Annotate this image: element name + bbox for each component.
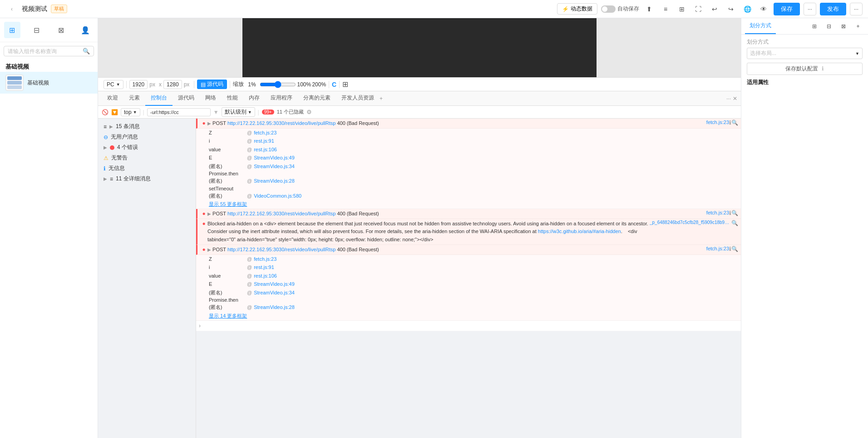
filter-user-messages[interactable]: ⊖ 无用户消息 xyxy=(98,132,196,142)
zoom-slider[interactable] xyxy=(260,81,296,88)
error-search-3[interactable]: 🔍 xyxy=(731,246,738,252)
error-source-1[interactable]: fetch.js:23 xyxy=(706,119,729,125)
filter-info[interactable]: ℹ 无信息 xyxy=(98,163,196,174)
right-panel-icon-3[interactable]: ⊠ xyxy=(837,20,850,33)
tab-welcome[interactable]: 欢迎 xyxy=(102,91,123,106)
context-filter[interactable]: top ▼ xyxy=(121,108,140,116)
source-code-button[interactable]: ▤ 源代码 xyxy=(197,80,227,89)
stack-loc-3-1[interactable]: fetch.js:23 xyxy=(254,255,276,263)
stack-fn-1-3: value xyxy=(209,146,245,154)
toolbar-icon-3[interactable]: ⊞ xyxy=(676,3,688,15)
error-source-2[interactable]: fetch.js:23 xyxy=(706,210,729,215)
error-search-1[interactable]: 🔍 xyxy=(731,119,738,126)
tab-close-button[interactable]: ✕ xyxy=(733,95,737,102)
width-input[interactable]: 1920 xyxy=(129,80,148,89)
save-default-button[interactable]: 保存默认配置 ℹ xyxy=(747,63,863,75)
tab-sources[interactable]: 源代码 xyxy=(173,91,200,106)
tab-elements[interactable]: 元素 xyxy=(123,91,145,106)
save-button[interactable]: 保存 xyxy=(774,3,800,15)
filter-all-messages[interactable]: ≡ ▶ 15 条消息 xyxy=(98,121,196,132)
tab-console[interactable]: 控制台 xyxy=(145,91,173,106)
clear-console-icon[interactable]: 🚫 xyxy=(102,109,108,115)
stack-loc-3-2[interactable]: rest.js:91 xyxy=(254,264,274,271)
tab-network[interactable]: 网络 xyxy=(200,91,222,106)
filter-errors[interactable]: ▶ 4 个错误 xyxy=(98,142,196,153)
blocked-source[interactable]: _p_6488246bd7c5cfb28_f5909c18b912/edit:1 xyxy=(650,220,731,225)
refresh-icon[interactable]: C xyxy=(332,81,336,88)
draft-badge: 草稿 xyxy=(51,5,67,13)
height-input[interactable]: 1280 xyxy=(163,80,182,89)
stack-row-3-1: Z @ fetch.js:23 xyxy=(196,255,741,264)
arrow-2[interactable]: ▶ xyxy=(207,211,211,216)
stack-loc-1-6[interactable]: StreamVideo.js:28 xyxy=(254,177,295,185)
stack-loc-3-5[interactable]: StreamVideo.js:34 xyxy=(254,289,295,297)
stack-loc-1-4[interactable]: StreamVideo.js:49 xyxy=(254,154,295,162)
stack-at-1-4: @ xyxy=(247,154,252,162)
warn-icon: ⚠ xyxy=(104,155,108,161)
dynamic-data-button[interactable]: ⚡ 动态数据 xyxy=(557,3,597,15)
back-button[interactable]: ‹ xyxy=(5,3,18,15)
toolbar-icon-7[interactable]: 🌐 xyxy=(741,3,754,15)
component-item-video[interactable]: 基础视频 xyxy=(0,72,98,94)
auto-save-switch[interactable] xyxy=(601,5,616,13)
console-filter-input[interactable] xyxy=(147,108,211,116)
sidebar-icon-tree[interactable]: ⊠ xyxy=(53,22,69,38)
arrow-1[interactable]: ▶ xyxy=(207,121,211,126)
publish-button[interactable]: 发布 xyxy=(820,3,846,15)
auto-save-toggle[interactable]: 自动保存 xyxy=(601,5,639,13)
sidebar-icon-components[interactable]: ⊞ xyxy=(4,22,20,38)
search-input[interactable] xyxy=(8,48,83,55)
more-button[interactable]: ··· xyxy=(804,3,816,15)
stack-loc-3-4[interactable]: StreamVideo.js:49 xyxy=(254,280,295,288)
more-right-button[interactable]: ··· xyxy=(850,3,863,15)
stack-loc-3-6[interactable]: StreamVideo.js:28 xyxy=(254,304,295,311)
stack-loc-3-3[interactable]: rest.js:106 xyxy=(254,272,277,280)
tab-more-button[interactable]: ··· xyxy=(726,95,731,102)
grid-icon[interactable]: ⊞ xyxy=(342,80,348,89)
settings-gear-icon[interactable]: ⚙ xyxy=(306,109,312,115)
toolbar-icon-1[interactable]: ⬆ xyxy=(643,3,656,15)
layout-select[interactable]: 选择布局... ▼ xyxy=(747,48,863,59)
tab-application[interactable]: 应用程序 xyxy=(265,91,298,106)
right-tab-layout[interactable]: 划分方式 xyxy=(745,18,776,34)
blocked-search[interactable]: 🔍 xyxy=(731,220,738,226)
error-source-3[interactable]: fetch.js:23 xyxy=(706,246,729,251)
save-default-label: 保存默认配置 xyxy=(785,65,818,72)
tab-resources[interactable]: 开发人员资源 xyxy=(336,91,380,106)
sidebar-icon-people[interactable]: 👤 xyxy=(77,22,94,38)
level-select[interactable]: 默认级别 ▼ xyxy=(222,107,255,117)
right-panel-icon-4[interactable]: + xyxy=(852,20,864,33)
toolbar-icon-2[interactable]: ≡ xyxy=(659,3,672,15)
arrow-3[interactable]: ▶ xyxy=(207,247,211,252)
stack-loc-1-7[interactable]: VideoCommon.js:580 xyxy=(254,192,301,200)
filter-verbose[interactable]: ▶ ≡ 11 全详细消息 xyxy=(98,174,196,184)
show-more-link-1[interactable]: 显示 55 更多框架 xyxy=(209,201,247,208)
right-panel-icon-2[interactable]: ⊟ xyxy=(823,20,835,33)
stack-at-1-1: @ xyxy=(247,129,252,137)
error-url-2[interactable]: http://172.22.162.95:3030/rest/video/liv… xyxy=(227,211,336,216)
stack-loc-1-5[interactable]: StreamVideo.js:34 xyxy=(254,163,295,170)
filter-warnings[interactable]: ⚠ 无警告 xyxy=(98,153,196,163)
toolbar-icon-8[interactable]: 👁 xyxy=(757,3,770,15)
show-more-link-3[interactable]: 显示 14 更多框架 xyxy=(209,313,247,319)
error-url-3[interactable]: http://172.22.162.95:3030/rest/video/liv… xyxy=(227,247,336,252)
error-url-1[interactable]: http://172.22.162.95:3030/rest/video/liv… xyxy=(227,120,336,126)
tab-performance[interactable]: 性能 xyxy=(222,91,243,106)
stack-row-3-5: (匿名) @ StreamVideo.js:34 xyxy=(196,289,741,297)
toolbar-icon-5[interactable]: ↩ xyxy=(708,3,721,15)
resolution-select[interactable]: PC ▼ xyxy=(104,80,123,89)
stack-loc-1-3[interactable]: rest.js:106 xyxy=(254,146,277,154)
sidebar-icon-layout[interactable]: ⊟ xyxy=(29,22,45,38)
tab-detached[interactable]: 分离的元素 xyxy=(298,91,336,106)
stack-loc-1-2[interactable]: rest.js:91 xyxy=(254,137,274,145)
add-tab-button[interactable]: + xyxy=(380,95,383,102)
error-search-2[interactable]: 🔍 xyxy=(731,210,738,216)
toolbar-icon-6[interactable]: ↪ xyxy=(725,3,737,15)
show-more-1: 显示 55 更多框架 xyxy=(196,200,741,209)
toolbar-icon-4[interactable]: ⛶ xyxy=(692,3,705,15)
tab-memory[interactable]: 内存 xyxy=(243,91,265,106)
right-panel-icon-1[interactable]: ⊞ xyxy=(808,20,821,33)
filter-icon[interactable]: 🔽 xyxy=(111,109,118,115)
aria-hidden-link[interactable]: https://w3c.github.io/aria/#aria-hidden xyxy=(538,229,621,234)
stack-loc-1-1[interactable]: fetch.js:23 xyxy=(254,129,276,137)
